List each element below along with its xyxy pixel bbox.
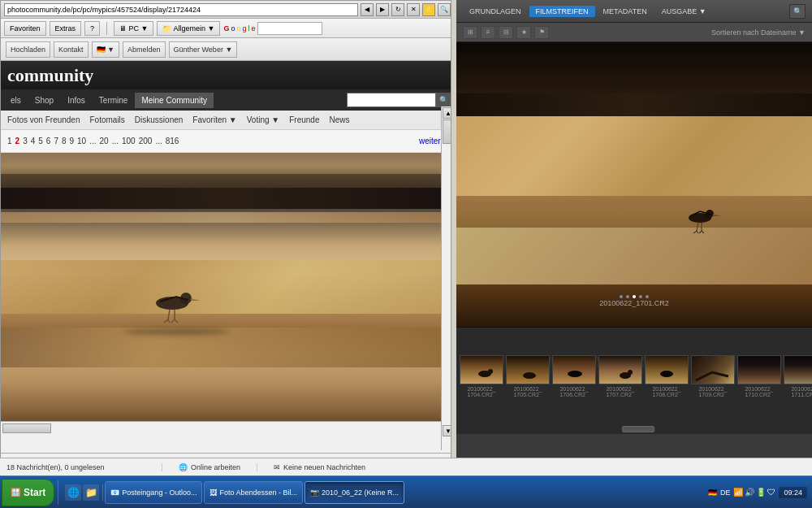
- page-816[interactable]: 816: [166, 137, 179, 145]
- ie-toolbar: Hochladen Kontakt 🇩🇪 ▼ Abmelden Günther …: [1, 38, 454, 61]
- home-btn[interactable]: ⭐: [422, 3, 435, 16]
- h-scrollbar[interactable]: [1, 421, 454, 434]
- page-9[interactable]: 9: [70, 137, 75, 145]
- taskbar-item-lightroom[interactable]: 📷 2010_06_22 (Keine R...: [304, 481, 404, 504]
- dot-5[interactable]: [646, 295, 649, 298]
- main-photo: [1, 153, 454, 421]
- pc-btn[interactable]: 🖥 PC ▼: [114, 21, 153, 36]
- google-search-input[interactable]: [257, 22, 322, 35]
- site-search-input[interactable]: [347, 93, 436, 107]
- submenu-fotos[interactable]: Fotos von Freunden: [7, 115, 80, 124]
- search-btn[interactable]: 🔍: [438, 3, 451, 16]
- submenu-news[interactable]: News: [329, 115, 349, 124]
- flag-filter[interactable]: ⚑: [534, 26, 549, 39]
- dot-2[interactable]: [626, 295, 629, 298]
- dot-1[interactable]: [620, 295, 623, 298]
- site-logo: community: [7, 65, 93, 86]
- notification-icon: ✉: [274, 463, 280, 471]
- page-8[interactable]: 8: [62, 137, 67, 145]
- kontakt-btn[interactable]: Kontakt: [54, 41, 89, 58]
- user-btn[interactable]: Günther Weber ▼: [169, 41, 238, 58]
- nav-bar: Favoriten Extras ? 🖥 PC ▼ 📁 Allgemein ▼ …: [1, 19, 454, 38]
- allgemein-btn[interactable]: 📁 Allgemein ▼: [157, 21, 220, 36]
- page-6[interactable]: 6: [46, 137, 51, 145]
- submenu-favoriten[interactable]: Favoriten ▼: [192, 115, 236, 124]
- submenu-diskussionen[interactable]: Diskussionen: [135, 115, 183, 124]
- svg-line-4: [164, 319, 168, 323]
- help-btn[interactable]: ?: [84, 21, 100, 36]
- page-4[interactable]: 4: [31, 137, 36, 145]
- ie-quick-launch[interactable]: 🌐: [65, 484, 81, 501]
- dot-3[interactable]: [633, 295, 636, 298]
- svg-line-7: [175, 319, 178, 323]
- thumb-5[interactable]: 20100622_1708.CR2: [645, 355, 689, 397]
- filmstrip-scrollbar[interactable]: [456, 424, 812, 434]
- nav-meine-community[interactable]: Meine Community: [135, 93, 214, 108]
- grundlagen-btn[interactable]: GRUNDLAGEN: [463, 6, 528, 17]
- submenu-voting[interactable]: Voting ▼: [247, 115, 279, 124]
- abmelden-btn[interactable]: Abmelden: [123, 41, 166, 58]
- stop-btn[interactable]: ✕: [407, 3, 420, 16]
- page-5[interactable]: 5: [38, 137, 43, 145]
- star-rating[interactable]: ★: [516, 26, 531, 39]
- page-7[interactable]: 7: [54, 137, 58, 145]
- site-search-btn[interactable]: 🔍: [436, 93, 451, 107]
- favoriten-btn[interactable]: Favoriten: [4, 21, 46, 36]
- extras-btn[interactable]: Extras: [50, 21, 82, 36]
- page-3[interactable]: 3: [23, 137, 28, 145]
- nav-termine[interactable]: Termine: [93, 93, 135, 108]
- svg-line-13: [697, 231, 698, 233]
- de-flag: 🇩🇪: [708, 488, 717, 497]
- view-list-btn[interactable]: ≡: [481, 26, 495, 39]
- nav-shop[interactable]: Shop: [28, 93, 60, 108]
- dot-4[interactable]: [639, 295, 642, 298]
- thumb-6-label: 20100622_1709.CR2: [698, 386, 727, 397]
- taskbar-item-foto[interactable]: 🖼 Foto Abendessen - Bil...: [204, 481, 303, 504]
- back-btn[interactable]: ◀: [361, 3, 374, 16]
- taskbar-item-outlook[interactable]: 📧 Posteingang - Outloo...: [105, 481, 202, 504]
- hochladen-btn[interactable]: Hochladen: [6, 41, 50, 58]
- sort-label[interactable]: Sortieren nach Dateiname ▼: [711, 28, 806, 37]
- submenu-fotomails[interactable]: Fotomails: [90, 115, 125, 124]
- page-20[interactable]: 20: [100, 137, 109, 145]
- thumb-4[interactable]: 20100622_1707.CR2: [598, 355, 642, 397]
- page-ellipsis-1: ...: [89, 137, 96, 145]
- h-scroll-thumb[interactable]: [2, 423, 51, 433]
- security-icon: 🛡: [767, 488, 775, 497]
- page-2-current[interactable]: 2: [15, 137, 20, 145]
- thumb-1-label: 20100622_1704.CR2: [467, 386, 495, 397]
- folder-quick-launch[interactable]: 📁: [83, 484, 99, 501]
- thumb-1[interactable]: 20100622_1704.CR2: [460, 355, 503, 397]
- page-100[interactable]: 100: [122, 137, 136, 145]
- metadaten-btn[interactable]: METADATEN: [597, 6, 654, 17]
- thumb-6[interactable]: 20100622_1709.CR2: [691, 355, 735, 397]
- view-grid-btn[interactable]: ⊞: [463, 26, 477, 39]
- submenu-freunde[interactable]: Freunde: [289, 115, 319, 124]
- forward-btn[interactable]: ▶: [376, 3, 389, 16]
- page-10[interactable]: 10: [77, 137, 86, 145]
- nav-infos[interactable]: Infos: [61, 93, 92, 108]
- thumb-8[interactable]: 20100622_1711.CR2: [784, 355, 812, 397]
- message-status: 18 Nachricht(en), 0 ungelesen: [0, 463, 162, 471]
- filmstrip-scroll-thumb[interactable]: [622, 426, 654, 432]
- svg-point-19: [568, 371, 582, 377]
- thumb-2[interactable]: 20100622_1705.CR2: [506, 355, 550, 397]
- site-search: 🔍: [347, 93, 451, 107]
- ausgabe-btn[interactable]: AUSGABE ▼: [655, 6, 713, 17]
- flag-btn[interactable]: 🇩🇪 ▼: [92, 41, 119, 58]
- filmstreifen-btn[interactable]: FILMSTREIFEN: [529, 6, 595, 17]
- svg-line-6: [171, 319, 175, 323]
- search-toolbar-btn[interactable]: 🔍: [789, 4, 806, 19]
- nav-els[interactable]: els: [4, 93, 28, 108]
- start-button[interactable]: 🪟 Start: [2, 479, 54, 506]
- view-detail-btn[interactable]: ⊟: [499, 26, 513, 39]
- right-panel: GRUNDLAGEN FILMSTREIFEN METADATEN AUSGAB…: [456, 0, 812, 471]
- page-200[interactable]: 200: [139, 137, 153, 145]
- thumb-3[interactable]: 20100622_1706.CR2: [552, 355, 596, 397]
- svg-point-22: [660, 371, 673, 377]
- refresh-btn[interactable]: ↻: [391, 3, 404, 16]
- network-icon: 📶: [733, 488, 743, 497]
- bird-svg: [127, 263, 225, 328]
- thumb-7[interactable]: 20100622_1710.CR2: [737, 355, 781, 397]
- address-bar[interactable]: photocommunity.de/pc/pc/mypics/457524/di…: [4, 3, 358, 16]
